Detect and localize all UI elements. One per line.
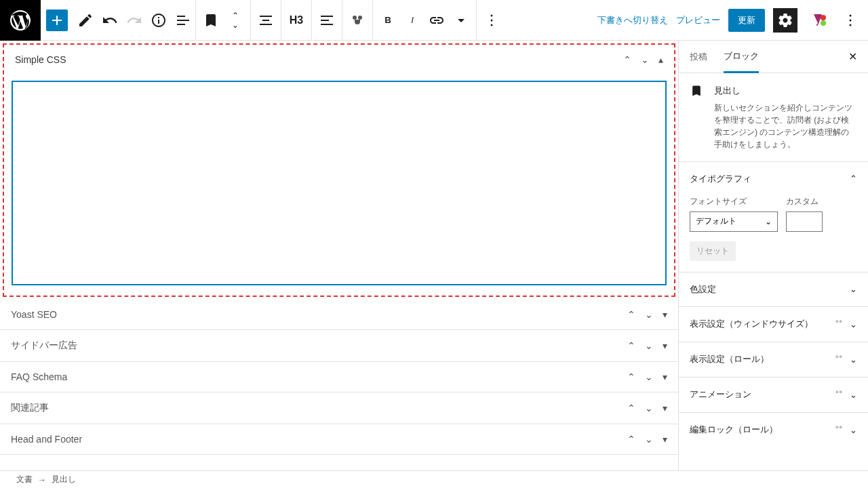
wordpress-icon [8,8,33,33]
link-button[interactable] [425,8,449,33]
chevron-down-icon: ⌄ [850,390,857,400]
panel-up-icon[interactable]: ⌃ [627,403,635,413]
panel-down-icon[interactable]: ⌄ [645,403,653,413]
move-down-icon[interactable]: ⌄ [223,20,248,30]
panel-title: 関連記事 [11,402,627,414]
edit-icon[interactable] [73,8,98,33]
more-menu-button[interactable] [838,8,863,33]
panel-up-icon[interactable]: ⌃ [627,309,635,320]
font-size-select[interactable]: デフォルト⌄ [690,211,778,232]
svg-point-10 [835,355,838,358]
italic-button[interactable]: I [400,8,425,33]
section-display-role: 表示設定（ロール）⌄ [679,342,868,377]
panel-toggle-icon[interactable]: ▾ [663,371,667,382]
panel-title: FAQ Schema [11,371,627,382]
section-head-display-role[interactable]: 表示設定（ロール）⌄ [690,353,857,366]
svg-point-7 [850,24,852,26]
close-icon[interactable]: ✕ [848,50,857,63]
svg-point-4 [491,24,493,26]
move-up-icon[interactable]: ⌃ [223,11,248,20]
font-size-label: フォントサイズ [690,196,778,207]
svg-point-14 [835,426,838,428]
sidebar-tabs: 投稿 ブロック ✕ [679,41,868,73]
svg-point-0 [353,16,357,20]
panel-up-icon[interactable]: ⌃ [627,340,635,351]
chevron-down-icon: ⌄ [850,425,857,435]
section-color: 色設定⌄ [679,272,868,306]
section-edit-lock: 編集ロック（ロール）⌄ [679,412,868,447]
toolbar-more-icon[interactable] [449,8,473,33]
panel-down-icon[interactable]: ⌄ [645,434,653,445]
breadcrumb-block[interactable]: 見出し [52,474,76,485]
reset-button[interactable]: リセット [690,241,736,261]
block-description: 新しいセクションを紹介しコンテンツを整理することで、訪問者 (および検索エンジン… [714,102,857,150]
svg-point-13 [840,390,842,393]
heading-level-button[interactable]: H3 [284,8,309,33]
section-display-window: 表示設定（ウィンドウサイズ）⌄ [679,306,868,342]
svg-point-11 [840,355,842,358]
chevron-down-icon: ⌄ [765,217,772,226]
svg-point-15 [840,426,842,428]
section-head-display-window[interactable]: 表示設定（ウィンドウサイズ）⌄ [690,318,857,331]
panel-up-icon[interactable]: ⌃ [627,434,635,445]
redo-button[interactable] [122,8,146,33]
panel-up-icon[interactable]: ⌃ [623,54,631,65]
top-actions: 下書きへ切り替え プレビュー 更新 [597,8,868,33]
panel-toggle-icon[interactable]: ▾ [663,340,667,351]
move-block-arrows[interactable]: ⌃ ⌄ [223,11,248,30]
panel-toggle-icon[interactable]: ▾ [663,434,667,445]
brain-icon [833,424,844,436]
bookmark-icon[interactable] [199,8,223,33]
preview-button[interactable]: プレビュー [676,14,720,26]
panel-toggle-icon[interactable]: ▴ [658,54,663,65]
tab-block[interactable]: ブロック [724,41,759,73]
info-icon[interactable] [146,8,171,33]
tab-post[interactable]: 投稿 [690,41,707,73]
custom-size-input[interactable] [786,211,823,232]
brain-icon [833,318,844,331]
meta-panel-faq-schema: FAQ Schema ⌃⌄▾ [0,362,678,392]
simple-css-textarea[interactable] [12,81,666,285]
panel-title: Simple CSS [15,54,623,65]
meta-panel-simple-css: Simple CSS ⌃ ⌄ ▴ [3,43,675,297]
outline-icon[interactable] [171,8,195,33]
breadcrumb: 文書 → 見出し [0,470,868,488]
section-animation: アニメーション⌄ [679,377,868,412]
panel-down-icon[interactable]: ⌄ [645,340,653,351]
custom-label: カスタム [786,196,823,207]
yoast-button[interactable] [806,8,830,33]
svg-point-5 [850,14,852,16]
panel-title: サイドバー広告 [11,340,627,352]
panel-down-icon[interactable]: ⌄ [645,371,653,382]
svg-point-6 [850,19,852,21]
update-button[interactable]: 更新 [728,9,765,32]
brain-icon [833,353,844,366]
switch-to-draft-button[interactable]: 下書きへ切り替え [597,14,668,26]
panel-toggle-icon[interactable]: ▾ [663,403,667,413]
section-head-edit-lock[interactable]: 編集ロック（ロール）⌄ [690,424,857,436]
heading-block-icon [690,84,703,150]
text-align-icon[interactable] [315,8,339,33]
settings-button[interactable] [773,8,797,33]
chevron-down-icon: ⌄ [850,284,857,294]
undo-button[interactable] [98,8,122,33]
editor-area: Simple CSS ⌃ ⌄ ▴ Yoast SEO ⌃⌄▾ サイドバー広告 [0,41,678,470]
sidebar: 投稿 ブロック ✕ 見出し 新しいセクションを紹介しコンテンツを整理することで、… [678,41,868,470]
bold-button[interactable]: B [376,8,400,33]
section-head-color[interactable]: 色設定⌄ [690,283,857,296]
breadcrumb-sep: → [38,475,46,485]
align-icon[interactable] [254,8,278,33]
svg-point-9 [840,320,842,323]
wordpress-logo[interactable] [0,0,41,41]
brain-icon[interactable] [345,8,370,33]
svg-point-8 [835,320,838,323]
block-options-icon[interactable] [479,8,504,33]
section-head-typography[interactable]: タイポグラフィ⌃ [690,173,857,185]
panel-down-icon[interactable]: ⌄ [645,309,653,320]
section-head-animation[interactable]: アニメーション⌄ [690,388,857,401]
panel-down-icon[interactable]: ⌄ [641,54,649,65]
panel-toggle-icon[interactable]: ▾ [663,309,667,320]
panel-up-icon[interactable]: ⌃ [627,371,635,382]
breadcrumb-doc[interactable]: 文書 [16,474,33,485]
add-block-button[interactable] [46,9,68,31]
